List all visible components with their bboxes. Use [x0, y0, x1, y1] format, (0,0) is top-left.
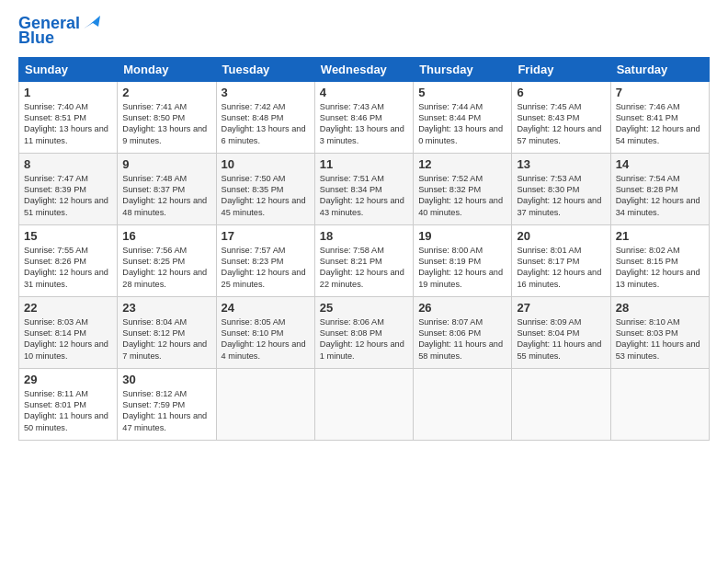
day-number: 25 [320, 301, 408, 315]
calendar-cell [414, 368, 512, 440]
logo: General Blue [18, 15, 102, 48]
calendar-cell: 14 Sunrise: 7:54 AMSunset: 8:28 PMDaylig… [610, 153, 709, 224]
calendar-cell [216, 368, 314, 440]
calendar-cell: 21 Sunrise: 8:02 AMSunset: 8:15 PMDaylig… [610, 224, 709, 296]
week-row-5: 29 Sunrise: 8:11 AMSunset: 8:01 PMDaylig… [19, 368, 710, 440]
calendar-cell: 26 Sunrise: 8:07 AMSunset: 8:06 PMDaylig… [414, 296, 512, 368]
calendar-cell: 30 Sunrise: 8:12 AMSunset: 7:59 PMDaylig… [118, 368, 216, 440]
day-number: 18 [320, 229, 408, 243]
calendar-cell [512, 368, 610, 440]
calendar-cell: 22 Sunrise: 8:03 AMSunset: 8:14 PMDaylig… [19, 296, 118, 368]
day-header-tuesday: Tuesday [216, 57, 314, 81]
calendar-cell: 23 Sunrise: 8:04 AMSunset: 8:12 PMDaylig… [118, 296, 216, 368]
day-number: 7 [616, 86, 704, 99]
calendar-cell: 17 Sunrise: 7:57 AMSunset: 8:23 PMDaylig… [216, 224, 314, 296]
day-header-monday: Monday [118, 57, 216, 81]
day-header-friday: Friday [512, 57, 610, 81]
cell-text: Sunrise: 8:00 AMSunset: 8:19 PMDaylight:… [418, 246, 503, 289]
cell-text: Sunrise: 7:43 AMSunset: 8:46 PMDaylight:… [320, 102, 404, 145]
cell-text: Sunrise: 7:40 AMSunset: 8:51 PMDaylight:… [24, 102, 108, 145]
logo-blue-text: Blue [18, 29, 54, 48]
calendar-cell: 11 Sunrise: 7:51 AMSunset: 8:34 PMDaylig… [314, 153, 413, 224]
cell-text: Sunrise: 7:57 AMSunset: 8:23 PMDaylight:… [222, 246, 306, 289]
day-number: 3 [222, 86, 310, 99]
cell-text: Sunrise: 7:54 AMSunset: 8:28 PMDaylight:… [616, 174, 700, 217]
cell-text: Sunrise: 7:55 AMSunset: 8:26 PMDaylight:… [24, 246, 108, 289]
calendar-cell: 12 Sunrise: 7:52 AMSunset: 8:32 PMDaylig… [414, 153, 512, 224]
cell-text: Sunrise: 7:58 AMSunset: 8:21 PMDaylight:… [320, 246, 404, 289]
day-header-thursday: Thursday [414, 57, 512, 81]
calendar-cell: 4 Sunrise: 7:43 AMSunset: 8:46 PMDayligh… [314, 81, 413, 153]
calendar-cell: 19 Sunrise: 8:00 AMSunset: 8:19 PMDaylig… [414, 224, 512, 296]
calendar-cell: 8 Sunrise: 7:47 AMSunset: 8:39 PMDayligh… [19, 153, 118, 224]
calendar-cell: 16 Sunrise: 7:56 AMSunset: 8:25 PMDaylig… [118, 224, 216, 296]
day-number: 13 [517, 157, 605, 171]
svg-marker-0 [89, 16, 100, 27]
calendar-cell: 9 Sunrise: 7:48 AMSunset: 8:37 PMDayligh… [118, 153, 216, 224]
day-number: 8 [24, 157, 112, 171]
day-header-wednesday: Wednesday [314, 57, 413, 81]
calendar-cell: 29 Sunrise: 8:11 AMSunset: 8:01 PMDaylig… [19, 368, 118, 440]
cell-text: Sunrise: 7:42 AMSunset: 8:48 PMDaylight:… [222, 102, 306, 145]
cell-text: Sunrise: 7:47 AMSunset: 8:39 PMDaylight:… [24, 174, 108, 217]
day-number: 19 [418, 229, 506, 243]
day-number: 6 [517, 86, 605, 99]
day-number: 12 [418, 157, 506, 171]
cell-text: Sunrise: 7:41 AMSunset: 8:50 PMDaylight:… [122, 102, 207, 145]
day-number: 20 [517, 229, 605, 243]
cell-text: Sunrise: 8:12 AMSunset: 7:59 PMDaylight:… [122, 389, 207, 432]
calendar-cell: 3 Sunrise: 7:42 AMSunset: 8:48 PMDayligh… [216, 81, 314, 153]
cell-text: Sunrise: 7:56 AMSunset: 8:25 PMDaylight:… [122, 246, 207, 289]
cell-text: Sunrise: 7:44 AMSunset: 8:44 PMDaylight:… [418, 102, 503, 145]
calendar-cell: 20 Sunrise: 8:01 AMSunset: 8:17 PMDaylig… [512, 224, 610, 296]
cell-text: Sunrise: 7:51 AMSunset: 8:34 PMDaylight:… [320, 174, 404, 217]
day-number: 5 [418, 86, 506, 99]
calendar-cell: 15 Sunrise: 7:55 AMSunset: 8:26 PMDaylig… [19, 224, 118, 296]
cell-text: Sunrise: 7:46 AMSunset: 8:41 PMDaylight:… [616, 102, 700, 145]
cell-text: Sunrise: 8:04 AMSunset: 8:12 PMDaylight:… [122, 317, 207, 361]
calendar-cell: 13 Sunrise: 7:53 AMSunset: 8:30 PMDaylig… [512, 153, 610, 224]
cell-text: Sunrise: 8:03 AMSunset: 8:14 PMDaylight:… [24, 317, 108, 361]
calendar-cell [610, 368, 709, 440]
week-row-2: 8 Sunrise: 7:47 AMSunset: 8:39 PMDayligh… [19, 153, 710, 224]
week-row-4: 22 Sunrise: 8:03 AMSunset: 8:14 PMDaylig… [19, 296, 710, 368]
day-number: 1 [24, 86, 112, 99]
calendar-cell: 24 Sunrise: 8:05 AMSunset: 8:10 PMDaylig… [216, 296, 314, 368]
day-number: 10 [222, 157, 310, 171]
cell-text: Sunrise: 7:45 AMSunset: 8:43 PMDaylight:… [517, 102, 601, 145]
calendar-cell: 25 Sunrise: 8:06 AMSunset: 8:08 PMDaylig… [314, 296, 413, 368]
calendar-cell [314, 368, 413, 440]
calendar-table: SundayMondayTuesdayWednesdayThursdayFrid… [18, 57, 710, 441]
day-header-saturday: Saturday [610, 57, 709, 81]
cell-text: Sunrise: 7:50 AMSunset: 8:35 PMDaylight:… [222, 174, 306, 217]
day-number: 28 [616, 301, 704, 315]
calendar-cell: 1 Sunrise: 7:40 AMSunset: 8:51 PMDayligh… [19, 81, 118, 153]
cell-text: Sunrise: 7:48 AMSunset: 8:37 PMDaylight:… [122, 174, 207, 217]
header-row: SundayMondayTuesdayWednesdayThursdayFrid… [19, 57, 710, 81]
day-number: 23 [122, 301, 210, 315]
day-number: 26 [418, 301, 506, 315]
calendar-cell: 6 Sunrise: 7:45 AMSunset: 8:43 PMDayligh… [512, 81, 610, 153]
calendar-cell: 10 Sunrise: 7:50 AMSunset: 8:35 PMDaylig… [216, 153, 314, 224]
day-number: 9 [122, 157, 210, 171]
cell-text: Sunrise: 7:52 AMSunset: 8:32 PMDaylight:… [418, 174, 503, 217]
day-number: 11 [320, 157, 408, 171]
cell-text: Sunrise: 8:02 AMSunset: 8:15 PMDaylight:… [616, 246, 700, 289]
cell-text: Sunrise: 8:09 AMSunset: 8:04 PMDaylight:… [517, 317, 601, 361]
cell-text: Sunrise: 7:53 AMSunset: 8:30 PMDaylight:… [517, 174, 601, 217]
day-number: 2 [122, 86, 210, 99]
day-number: 14 [616, 157, 704, 171]
calendar-cell: 27 Sunrise: 8:09 AMSunset: 8:04 PMDaylig… [512, 296, 610, 368]
header: General Blue [18, 15, 710, 48]
cell-text: Sunrise: 8:05 AMSunset: 8:10 PMDaylight:… [222, 317, 306, 361]
day-number: 17 [222, 229, 310, 243]
week-row-1: 1 Sunrise: 7:40 AMSunset: 8:51 PMDayligh… [19, 81, 710, 153]
day-number: 24 [222, 301, 310, 315]
logo-bird-icon [82, 12, 102, 32]
day-number: 15 [24, 229, 112, 243]
day-number: 21 [616, 229, 704, 243]
day-number: 27 [517, 301, 605, 315]
svg-marker-1 [84, 23, 93, 29]
calendar-cell: 18 Sunrise: 7:58 AMSunset: 8:21 PMDaylig… [314, 224, 413, 296]
day-number: 30 [122, 373, 210, 386]
